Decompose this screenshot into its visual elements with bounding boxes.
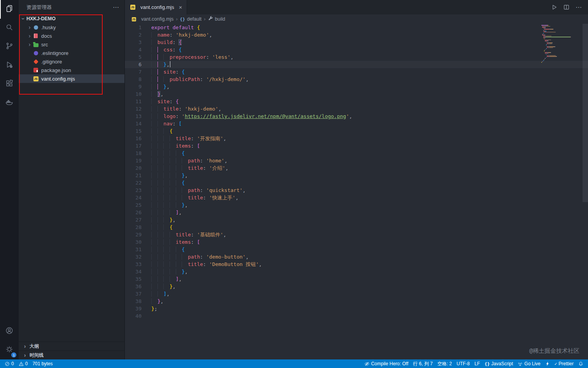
code-line[interactable]: 28 {: [125, 224, 588, 231]
code-line[interactable]: 22 {: [125, 179, 588, 187]
breadcrumb-item-default[interactable]: {}default: [180, 16, 202, 22]
status--2[interactable]: 空格: 2: [435, 359, 454, 368]
code-line[interactable]: 32 path: 'demo-button',: [125, 253, 588, 261]
code-line[interactable]: 9 },: [125, 83, 588, 90]
code-line[interactable]: 4 css: {: [125, 46, 588, 53]
tree-item-src[interactable]: ›src: [19, 40, 124, 49]
chevron-right-icon[interactable]: ›: [26, 41, 33, 48]
code-line[interactable]: 29 title: '基础组件',: [125, 231, 588, 238]
play-button[interactable]: [551, 4, 557, 10]
code-line[interactable]: 15 {: [125, 127, 588, 135]
code-line[interactable]: 30 items: [: [125, 238, 588, 246]
code-line[interactable]: 23 path: 'quickstart',: [125, 187, 588, 194]
breadcrumb: vant.config.mjs›{}default›build: [125, 14, 588, 24]
indent-guide: [158, 113, 164, 119]
minimap[interactable]: [541, 25, 583, 64]
code-line[interactable]: 8 publicPath: '/hxkj-demo/',: [125, 76, 588, 83]
indent-guide: [163, 158, 170, 164]
indent-guide: [163, 150, 170, 156]
code-line[interactable]: 13 logo: 'https://fastly.jsdelivr.net/np…: [125, 113, 588, 120]
bell-icon[interactable]: [576, 359, 586, 368]
code-line[interactable]: 19 path: 'home',: [125, 157, 588, 164]
line-number: 7: [125, 68, 142, 76]
code-line[interactable]: 34 },: [125, 268, 588, 275]
status-compile-hero-off[interactable]: Compile Hero: Off: [362, 359, 411, 368]
search-button[interactable]: [0, 19, 19, 37]
code-line[interactable]: 26 ],: [125, 209, 588, 216]
close-icon[interactable]: [179, 4, 182, 10]
tree-item--gitignore[interactable]: .gitignore: [19, 57, 124, 66]
status-utf-8[interactable]: UTF-8: [454, 359, 472, 368]
status-701-bytes[interactable]: 701 bytes: [30, 359, 55, 368]
code-line[interactable]: 24 title: '快速上手',: [125, 194, 588, 201]
status-0[interactable]: 0: [16, 359, 30, 368]
code-line[interactable]: 31 {: [125, 246, 588, 253]
code-line[interactable]: 20 title: '介绍',: [125, 164, 588, 172]
tab-vant-config-mjs[interactable]: vant.config.mjs: [125, 0, 187, 14]
panel-时间线[interactable]: ›时间线: [19, 350, 124, 359]
tree-item-docs[interactable]: ›docs: [19, 32, 124, 40]
code-line[interactable]: 25 },: [125, 201, 588, 209]
code-line[interactable]: 40: [125, 312, 588, 320]
code-editor[interactable]: 1export default {2 name: 'hxkj-demo',3 b…: [125, 24, 588, 359]
tree-item--eslintignore[interactable]: .eslintignore: [19, 49, 124, 57]
editor-scrollbar[interactable]: [583, 24, 588, 202]
code-line[interactable]: 5 preprocessor: 'less',: [125, 53, 588, 61]
status-0[interactable]: 0: [2, 359, 16, 368]
status-javascript[interactable]: {}JavaScript: [482, 359, 515, 368]
code-line[interactable]: 14 nav: [: [125, 120, 588, 127]
code-line[interactable]: 38 },: [125, 298, 588, 305]
explorer-button[interactable]: [0, 0, 19, 19]
broadcast-icon: [518, 361, 523, 366]
code-line[interactable]: 39};: [125, 305, 588, 312]
status-label: LF: [474, 361, 480, 366]
code-line[interactable]: 36 },: [125, 283, 588, 290]
explorer-more-actions-icon[interactable]: [113, 4, 119, 11]
run-debug-button[interactable]: [0, 56, 19, 75]
tree-root-hxkj-demo[interactable]: ›HXKJ-DEMO: [19, 14, 124, 23]
status-lf[interactable]: LF: [472, 359, 482, 368]
account-button[interactable]: [0, 322, 19, 341]
split-editor-button[interactable]: [564, 4, 569, 10]
code-line[interactable]: 18 {: [125, 150, 588, 157]
code-line[interactable]: 35 ],: [125, 275, 588, 283]
ellipsis-button[interactable]: [576, 4, 582, 11]
code-line[interactable]: 17 items: [: [125, 142, 588, 150]
chevron-right-icon[interactable]: ›: [26, 33, 33, 39]
code-line[interactable]: 7 site: {: [125, 68, 588, 76]
activity-bar: 1: [0, 0, 19, 359]
lightning-icon[interactable]: [543, 359, 552, 368]
code-line[interactable]: 33 title: 'DemoButton 按钮',: [125, 261, 588, 268]
code-line[interactable]: 12 title: 'hxkj-demo',: [125, 105, 588, 113]
source-control-button[interactable]: [0, 37, 19, 56]
settings-gear-button[interactable]: 1: [0, 341, 19, 359]
tree-item-vant-config-mjs[interactable]: vant.config.mjs: [19, 74, 124, 83]
tree-item-package-json[interactable]: package.json: [19, 66, 124, 74]
code-line[interactable]: 37 ],: [125, 290, 588, 298]
code-line[interactable]: 6 },: [125, 61, 588, 68]
status--6-7[interactable]: 行 6, 列 7: [411, 359, 435, 368]
code-line[interactable]: 11 site: {: [125, 98, 588, 105]
code-line[interactable]: 2 name: 'hxkj-demo',: [125, 31, 588, 39]
code-line[interactable]: 21 },: [125, 172, 588, 179]
breadcrumb-item-build[interactable]: build: [208, 16, 225, 22]
indent-guide: [158, 247, 164, 252]
chevron-right-icon[interactable]: ›: [26, 24, 33, 30]
status-go-live[interactable]: Go Live: [515, 359, 542, 368]
indent-guide: [176, 202, 182, 208]
code-line[interactable]: 10 },: [125, 90, 588, 98]
indent-guide: [163, 283, 170, 289]
code-line[interactable]: 16 title: '开发指南',: [125, 135, 588, 142]
status-prettier[interactable]: ✓Prettier: [552, 359, 576, 368]
tree-item--husky[interactable]: ›.husky: [19, 23, 124, 32]
docker-button[interactable]: [0, 93, 19, 112]
code-line-content: {: [142, 246, 185, 253]
breadcrumb-item-vant-config-mjs[interactable]: vant.config.mjs: [131, 16, 173, 23]
npm-icon: [33, 67, 39, 73]
extensions-button[interactable]: [0, 75, 19, 93]
code-line[interactable]: 1export default {: [125, 24, 588, 31]
indent-guide: [151, 128, 158, 134]
code-line[interactable]: 3 build: {: [125, 39, 588, 46]
code-line[interactable]: 27 },: [125, 216, 588, 224]
panel-大纲[interactable]: ›大纲: [19, 342, 124, 350]
